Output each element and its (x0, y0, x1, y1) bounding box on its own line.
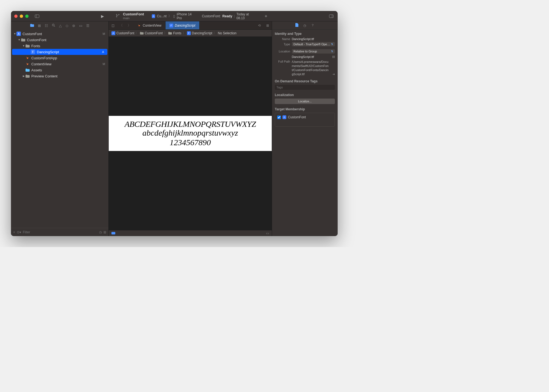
find-navigator-icon[interactable] (52, 24, 55, 28)
tree-item-assets[interactable]: Assets (11, 67, 108, 73)
localize-button[interactable]: Localize... (275, 99, 335, 104)
tree-item-swift-file[interactable]: ContentView M (11, 61, 108, 67)
tree-item-group[interactable]: ▼ CustomFont (11, 37, 108, 43)
scm-status: M (103, 62, 105, 66)
identity-section-header: Identity and Type (275, 32, 335, 36)
status-time: Today at 08.13 (236, 12, 256, 20)
chevron-right-icon: 〉 (164, 31, 167, 35)
canvas-toggle-icon[interactable]: ⟲ (255, 21, 264, 29)
svg-point-3 (116, 16, 117, 17)
name-label: Name (275, 37, 290, 41)
related-items-icon[interactable]: ◫ (109, 21, 117, 29)
choose-location-icon[interactable]: ▤ (332, 55, 335, 58)
svg-line-8 (54, 26, 55, 26)
close-window-button[interactable] (14, 15, 18, 18)
odr-section-header: On Demand Resource Tags (275, 79, 335, 83)
debug-area-toggle-icon[interactable]: ▭ (266, 231, 269, 235)
tree-item-font-file[interactable]: F DancingScript A (12, 49, 107, 55)
source-control-navigator-icon[interactable]: ⊠ (38, 24, 41, 28)
phone-icon: ▯ (173, 14, 175, 18)
title-area: CustomFont main A Cu...nt 〉 ▯ iPhone 14 … (108, 12, 261, 20)
target-checkbox[interactable] (277, 116, 281, 119)
branch-icon (116, 14, 120, 18)
name-value[interactable]: DancingScript.ttf (292, 37, 335, 41)
tree-item-swift-file[interactable]: CustomFontApp (11, 55, 108, 61)
tab-contentview[interactable]: ContentView (133, 21, 166, 29)
svg-point-4 (119, 14, 119, 15)
navigator-panel: ⊠ ☷ △ ◇ ⊚ ▭ ☰ ▼ A CustomFont M ▼ (11, 21, 109, 236)
toggle-navigator-icon[interactable] (34, 13, 40, 19)
branch-name: main (123, 16, 144, 20)
project-navigator-icon[interactable] (30, 24, 34, 28)
disclosure-triangle-icon[interactable]: ▶ (22, 75, 25, 77)
add-button[interactable]: + (13, 230, 15, 234)
history-inspector-icon[interactable]: ◷ (303, 24, 306, 27)
location-label: Location (275, 50, 290, 53)
location-dropdown[interactable]: Relative to Group⇅ (292, 49, 335, 54)
filter-scope-icon[interactable]: ⊙▾ (17, 230, 21, 234)
recent-filter-icon[interactable]: ◷ (99, 230, 102, 234)
fullpath-label: Full Path (275, 60, 290, 63)
disclosure-triangle-icon[interactable]: ▼ (22, 44, 25, 47)
chevron-right-icon: 〉 (135, 31, 139, 35)
toggle-inspector-icon[interactable] (328, 13, 334, 19)
tree-item-group[interactable]: ▶ Preview Content (11, 73, 108, 79)
swift-file-icon (25, 62, 30, 66)
tab-dancingscript[interactable]: F DancingScript (166, 21, 200, 29)
help-inspector-icon[interactable]: ？ (311, 23, 314, 28)
activity-viewer[interactable]: A Cu...nt 〉 ▯ iPhone 14 Pro CustomFont: … (147, 12, 261, 20)
reveal-in-finder-icon[interactable]: ➜ (332, 72, 335, 76)
report-navigator-icon[interactable]: ☰ (86, 24, 89, 28)
font-preview: ABCDEFGHIJKLMNOPQRSTUVWXYZ abcdefghijklm… (109, 116, 272, 151)
library-button[interactable]: + (263, 14, 269, 19)
tags-input[interactable]: Tags (275, 85, 335, 90)
filter-input[interactable] (23, 230, 97, 234)
folder-icon (168, 31, 172, 35)
debug-navigator-icon[interactable]: ⊚ (72, 24, 75, 28)
xcode-window: ▶ CustomFont main A Cu...nt 〉 ▯ iPhone 1… (11, 11, 338, 236)
folder-icon (21, 38, 25, 42)
font-file-icon: F (31, 50, 35, 54)
back-button[interactable]: 〈 (117, 21, 125, 29)
tab-bar: ◫ 〈 〉 ContentView F DancingScript ⟲ ⊞ (109, 21, 272, 30)
chevron-updown-icon: ⇅ (331, 43, 333, 46)
inspector-panel: ◷ ？ Identity and Type Name DancingScript… (272, 21, 338, 236)
breakpoint-toggle-icon[interactable] (111, 232, 115, 234)
type-dropdown[interactable]: Default - TrueType® Open...⇅ (292, 42, 335, 46)
folder-icon (25, 74, 30, 78)
project-icon: A (16, 32, 21, 36)
symbol-navigator-icon[interactable]: ☷ (45, 24, 48, 28)
jump-bar[interactable]: A CustomFont 〉 CustomFont 〉 Fonts 〉 F Da… (109, 30, 272, 37)
navigator-filter-bar: + ⊙▾ ◷ ⊞ (11, 228, 108, 236)
assets-icon (25, 68, 30, 72)
run-button[interactable]: ▶ (99, 13, 105, 19)
scm-status: M (103, 32, 105, 35)
svg-rect-5 (329, 15, 334, 18)
target-membership-header: Target Membership (275, 107, 335, 111)
preview-lowercase: abcdefghijklmnopqrstuvwxyz (111, 128, 270, 138)
breakpoint-navigator-icon[interactable]: ▭ (79, 24, 82, 28)
forward-button[interactable]: 〉 (125, 21, 133, 29)
project-tree: ▼ A CustomFont M ▼ CustomFont ▼ (11, 30, 108, 228)
zoom-window-button[interactable] (25, 15, 29, 18)
tree-item-project[interactable]: ▼ A CustomFont M (11, 31, 108, 37)
add-editor-icon[interactable]: ⊞ (264, 21, 272, 29)
editor-area: ◫ 〈 〉 ContentView F DancingScript ⟲ ⊞ (109, 21, 272, 236)
disclosure-triangle-icon[interactable]: ▼ (18, 38, 21, 41)
test-navigator-icon[interactable]: ◇ (66, 24, 68, 28)
toolbar: ▶ CustomFont main A Cu...nt 〉 ▯ iPhone 1… (11, 11, 338, 21)
type-label: Type (275, 43, 290, 46)
file-inspector-icon[interactable] (295, 23, 298, 28)
traffic-lights (14, 15, 29, 18)
svg-point-7 (52, 24, 54, 26)
scm-filter-icon[interactable]: ⊞ (103, 230, 106, 234)
minimize-window-button[interactable] (20, 15, 23, 18)
issue-navigator-icon[interactable]: △ (59, 24, 62, 28)
project-title: CustomFont (123, 12, 144, 16)
folder-icon (140, 31, 144, 35)
debug-bar: ▭ (109, 230, 272, 236)
tree-item-group[interactable]: ▼ Fonts (11, 43, 108, 49)
svg-rect-0 (35, 15, 39, 18)
navigator-selector: ⊠ ☷ △ ◇ ⊚ ▭ ☰ (11, 21, 108, 30)
disclosure-triangle-icon[interactable]: ▼ (13, 32, 16, 35)
